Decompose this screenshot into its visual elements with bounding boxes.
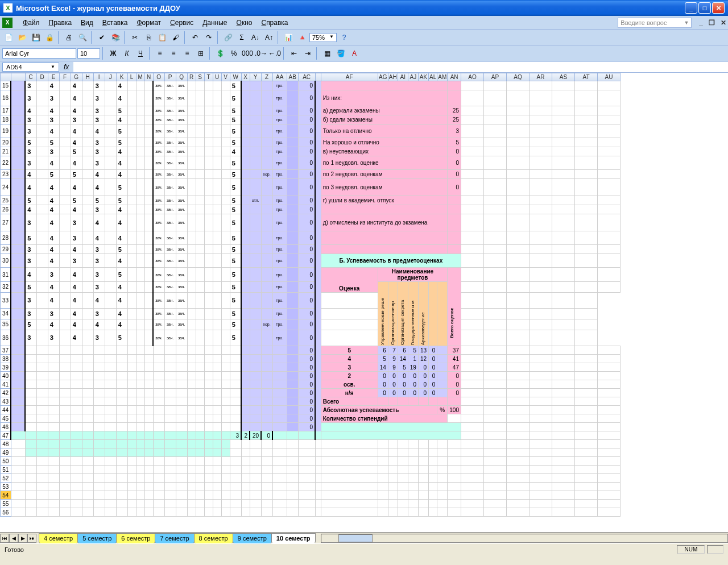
cell[interactable] bbox=[144, 179, 153, 196]
cell[interactable]: зач. bbox=[176, 292, 187, 308]
cell[interactable] bbox=[196, 170, 204, 179]
cell[interactable]: 12 bbox=[418, 355, 428, 363]
cell[interactable] bbox=[144, 282, 153, 293]
cell[interactable] bbox=[59, 205, 71, 214]
cell[interactable]: зач. bbox=[164, 196, 176, 205]
cell[interactable]: 5 bbox=[230, 138, 241, 147]
cell[interactable] bbox=[250, 309, 261, 319]
cell[interactable]: 0 bbox=[298, 147, 315, 156]
cell[interactable] bbox=[187, 179, 196, 196]
spreadsheet-grid[interactable]: CDEFGHIJKLMNOPQRSTUVWXYZAAABACAFAGAHAIAJ… bbox=[0, 73, 728, 532]
cell[interactable]: 4 bbox=[71, 330, 82, 346]
cell[interactable] bbox=[59, 282, 71, 293]
cell[interactable] bbox=[105, 214, 116, 231]
cell[interactable]: 0 bbox=[418, 389, 428, 397]
cell[interactable] bbox=[127, 309, 136, 319]
cell[interactable] bbox=[127, 196, 136, 205]
cell[interactable]: 0 bbox=[448, 380, 461, 389]
cell[interactable]: зач. bbox=[153, 214, 164, 231]
cell[interactable]: 5 bbox=[230, 205, 241, 214]
cell[interactable] bbox=[221, 214, 230, 231]
cell[interactable]: 4 bbox=[48, 282, 59, 293]
cell[interactable] bbox=[82, 106, 93, 115]
cell[interactable]: зач. bbox=[176, 170, 187, 179]
cell[interactable]: 4 bbox=[48, 292, 59, 308]
cell[interactable] bbox=[221, 170, 230, 179]
cell[interactable]: зач. bbox=[153, 156, 164, 170]
cell[interactable]: 4 bbox=[93, 231, 105, 245]
cell[interactable]: 5 bbox=[230, 254, 241, 268]
cell[interactable] bbox=[136, 231, 144, 245]
column-header[interactable]: E bbox=[48, 73, 59, 81]
menu-справка[interactable]: Справка bbox=[257, 17, 292, 28]
cell[interactable]: 0 bbox=[298, 423, 315, 431]
cell[interactable]: 5 bbox=[25, 319, 36, 330]
cell[interactable] bbox=[59, 115, 71, 124]
cell[interactable] bbox=[250, 147, 261, 156]
help-button[interactable]: ? bbox=[338, 31, 350, 44]
column-header[interactable]: AK bbox=[418, 73, 428, 81]
row-header[interactable]: 53 bbox=[1, 483, 11, 491]
cell[interactable]: 4 bbox=[48, 124, 59, 138]
column-header[interactable]: P bbox=[164, 73, 176, 81]
cell[interactable]: 0 bbox=[298, 282, 315, 293]
undo-button[interactable]: ↶ bbox=[189, 31, 201, 44]
cell[interactable]: 0 bbox=[261, 431, 272, 440]
cell[interactable] bbox=[36, 196, 48, 205]
tab-scroll-prev[interactable]: ◀ bbox=[9, 534, 18, 543]
cell[interactable]: зач. bbox=[153, 90, 164, 106]
decrease-indent-button[interactable]: ⇤ bbox=[288, 47, 300, 60]
cell[interactable]: 0 bbox=[298, 346, 315, 355]
cell[interactable] bbox=[261, 138, 272, 147]
cell[interactable] bbox=[221, 138, 230, 147]
cell[interactable] bbox=[82, 245, 93, 254]
cell[interactable]: 0 bbox=[298, 254, 315, 268]
sheet-tab[interactable]: 10 семестр bbox=[271, 533, 316, 543]
cell[interactable]: зач. bbox=[153, 282, 164, 293]
cell[interactable]: 0 bbox=[298, 106, 315, 115]
cell[interactable]: 5 bbox=[230, 282, 241, 293]
cell[interactable] bbox=[250, 292, 261, 308]
cell[interactable] bbox=[196, 292, 204, 308]
cell[interactable] bbox=[213, 81, 221, 90]
cell[interactable] bbox=[144, 319, 153, 330]
cell[interactable]: зач. bbox=[176, 138, 187, 147]
cell[interactable]: зач. bbox=[153, 81, 164, 90]
cell[interactable] bbox=[241, 214, 250, 231]
cell[interactable] bbox=[213, 319, 221, 330]
column-header[interactable]: X bbox=[241, 73, 250, 81]
cell[interactable] bbox=[213, 231, 221, 245]
cell[interactable] bbox=[82, 147, 93, 156]
cell[interactable] bbox=[287, 309, 298, 319]
cell[interactable] bbox=[127, 319, 136, 330]
cell[interactable]: 5 bbox=[116, 124, 127, 138]
cell[interactable] bbox=[59, 231, 71, 245]
cell[interactable]: зач. bbox=[153, 179, 164, 196]
cell[interactable]: 14 bbox=[398, 355, 408, 363]
cell[interactable]: 5 bbox=[25, 196, 36, 205]
cell[interactable]: 5 bbox=[230, 309, 241, 319]
cell[interactable]: 4 bbox=[116, 147, 127, 156]
cell[interactable]: 0 bbox=[298, 406, 315, 414]
column-header[interactable]: H bbox=[82, 73, 93, 81]
cell[interactable] bbox=[213, 124, 221, 138]
cell[interactable] bbox=[127, 170, 136, 179]
row-header[interactable]: 17 bbox=[1, 106, 11, 115]
row-header[interactable]: 20 bbox=[1, 138, 11, 147]
cell[interactable]: зач. bbox=[153, 170, 164, 179]
cell[interactable] bbox=[144, 254, 153, 268]
font-name-combobox[interactable]: Arial Cyr bbox=[2, 48, 76, 59]
row-header[interactable]: 40 bbox=[1, 372, 11, 380]
cell[interactable] bbox=[241, 245, 250, 254]
cell[interactable] bbox=[261, 292, 272, 308]
cell[interactable] bbox=[261, 205, 272, 214]
menu-файл[interactable]: Файл bbox=[18, 17, 44, 28]
row-header[interactable]: 21 bbox=[1, 147, 11, 156]
cell[interactable] bbox=[105, 282, 116, 293]
formula-bar[interactable] bbox=[73, 62, 728, 72]
cell[interactable]: 0 bbox=[298, 330, 315, 346]
cell[interactable] bbox=[136, 138, 144, 147]
cell[interactable]: 4 bbox=[71, 106, 82, 115]
cell[interactable] bbox=[127, 214, 136, 231]
column-header[interactable]: AR bbox=[529, 73, 552, 81]
